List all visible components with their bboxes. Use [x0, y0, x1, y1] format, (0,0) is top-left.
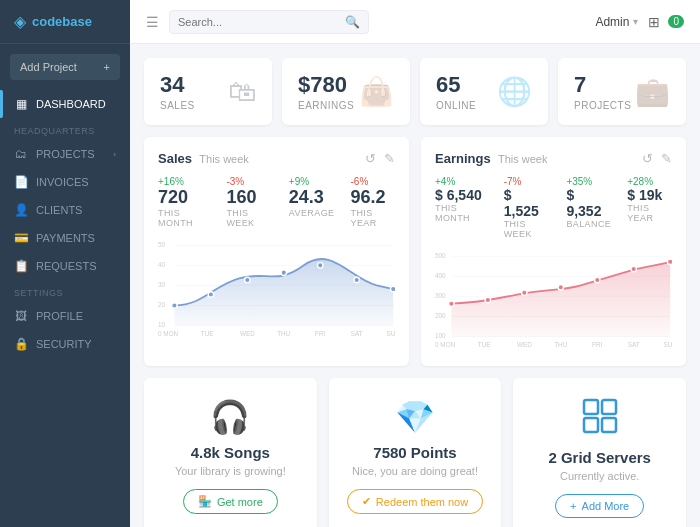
svg-text:SAT: SAT	[628, 341, 640, 348]
earnings-metric-month: +4% $ 6,540 THIS MONTH	[435, 176, 488, 239]
get-more-button[interactable]: 🏪 Get more	[183, 489, 278, 514]
earnings-chart-panel: Earnings This week ↺ ✎ +4% $ 6,540 THIS …	[421, 137, 686, 366]
store-icon: 🏪	[198, 495, 212, 508]
points-icon: 💎	[395, 398, 435, 436]
grid-icon[interactable]: ⊞	[648, 14, 660, 30]
songs-desc: Your library is growing!	[175, 465, 286, 477]
svg-point-40	[595, 277, 600, 282]
stat-sales-value: 34	[160, 72, 195, 98]
security-icon: 🔒	[14, 337, 28, 351]
sales-chart-svg: 50 40 30 20 10 0	[158, 238, 395, 341]
stat-card-online: 65 ONLINE 🌐	[420, 58, 548, 125]
refresh-icon[interactable]: ↺	[365, 151, 376, 166]
sales-chart-actions: ↺ ✎	[365, 151, 395, 166]
svg-point-11	[172, 303, 177, 308]
svg-point-36	[449, 301, 454, 306]
svg-point-14	[281, 270, 286, 275]
sidebar-item-profile[interactable]: 🖼 PROFILE	[0, 302, 130, 330]
sidebar-item-label: REQUESTS	[36, 260, 97, 272]
points-title: 7580 Points	[373, 444, 456, 461]
bottom-card-songs: 🎧 4.8k Songs Your library is growing! 🏪 …	[144, 378, 317, 527]
earnings-metric-balance: +35% $ 9,352 BALANCE	[566, 176, 611, 239]
servers-icon	[582, 398, 618, 441]
svg-point-13	[245, 277, 250, 282]
earnings-chart-actions: ↺ ✎	[642, 151, 672, 166]
stat-cards: 34 SALES 🛍 $780 EARNINGS 👜 65 ONLINE 🌐	[144, 58, 686, 125]
notification-badge[interactable]: 0	[668, 15, 684, 28]
svg-point-17	[390, 286, 395, 291]
sidebar-item-projects[interactable]: 🗂 PROJECTS ›	[0, 140, 130, 168]
sidebar-section-settings: SETTINGS	[0, 280, 130, 302]
bottom-card-points: 💎 7580 Points Nice, you are doing great!…	[329, 378, 502, 527]
plus-icon: +	[570, 500, 576, 512]
sales-metric-month: +16% 720 THIS MONTH	[158, 176, 210, 228]
logo-icon: ◈	[14, 12, 26, 31]
svg-text:MON: MON	[440, 341, 455, 348]
svg-point-38	[522, 290, 527, 295]
svg-point-41	[631, 266, 636, 271]
svg-rect-53	[602, 418, 616, 432]
add-project-button[interactable]: Add Project +	[10, 54, 120, 80]
points-desc: Nice, you are doing great!	[352, 465, 478, 477]
sidebar-item-label: PROFILE	[36, 310, 83, 322]
svg-text:300: 300	[435, 292, 446, 299]
sidebar-item-payments[interactable]: 💳 PAYMENTS	[0, 224, 130, 252]
svg-point-42	[667, 259, 672, 264]
svg-text:FRI: FRI	[592, 341, 602, 348]
svg-text:SUN: SUN	[386, 330, 395, 337]
sidebar-item-security[interactable]: 🔒 SECURITY	[0, 330, 130, 358]
invoices-icon: 📄	[14, 175, 28, 189]
sales-chart-panel: Sales This week ↺ ✎ +16% 720 THIS MONTH	[144, 137, 409, 366]
earnings-chart-title: Earnings This week	[435, 151, 548, 166]
sidebar-item-label: SECURITY	[36, 338, 92, 350]
redeem-button[interactable]: ✔ Redeem them now	[347, 489, 483, 514]
svg-text:FRI: FRI	[315, 330, 325, 337]
earnings-metric-week: -7% $ 1,525 THIS WEEK	[504, 176, 551, 239]
sidebar-item-label: PAYMENTS	[36, 232, 95, 244]
edit-icon[interactable]: ✎	[384, 151, 395, 166]
projects-icon: 🗂	[14, 147, 28, 161]
stat-projects-label: PROJECTS	[574, 100, 631, 111]
payments-icon: 💳	[14, 231, 28, 245]
sidebar-item-clients[interactable]: 👤 CLIENTS	[0, 196, 130, 224]
clients-icon: 👤	[14, 203, 28, 217]
sidebar-item-label: PROJECTS	[36, 148, 95, 160]
svg-text:500: 500	[435, 252, 446, 259]
admin-chevron-icon: ▾	[633, 16, 638, 27]
svg-text:SUN: SUN	[663, 341, 672, 348]
sidebar-item-label: DASHBOARD	[36, 98, 106, 110]
projects-stat-icon: 💼	[635, 75, 670, 108]
svg-text:WED: WED	[517, 341, 532, 348]
menu-icon[interactable]: ☰	[146, 14, 159, 30]
stat-earnings-value: $780	[298, 72, 354, 98]
earnings-stat-icon: 👜	[359, 75, 394, 108]
edit-icon[interactable]: ✎	[661, 151, 672, 166]
admin-menu[interactable]: Admin ▾	[595, 15, 638, 29]
admin-label: Admin	[595, 15, 629, 29]
add-project-plus-icon: +	[104, 61, 110, 73]
topbar: ☰ 🔍 Admin ▾ ⊞ 0	[130, 0, 700, 44]
svg-text:20: 20	[158, 301, 166, 308]
svg-text:100: 100	[435, 332, 446, 339]
svg-text:50: 50	[158, 241, 166, 248]
bottom-cards: 🎧 4.8k Songs Your library is growing! 🏪 …	[144, 378, 686, 527]
svg-text:WED: WED	[240, 330, 255, 337]
check-icon: ✔	[362, 495, 371, 508]
search-input[interactable]	[178, 16, 339, 28]
sales-metric-week: -3% 160 THIS WEEK	[226, 176, 272, 228]
requests-icon: 📋	[14, 259, 28, 273]
refresh-icon[interactable]: ↺	[642, 151, 653, 166]
add-more-button[interactable]: + Add More	[555, 494, 644, 518]
search-box[interactable]: 🔍	[169, 10, 369, 34]
chevron-right-icon: ›	[113, 150, 116, 159]
topbar-icons: ⊞ 0	[648, 14, 684, 30]
svg-text:THU: THU	[554, 341, 567, 348]
sidebar-item-dashboard[interactable]: ▦ DASHBOARD	[0, 90, 130, 118]
sidebar-item-invoices[interactable]: 📄 INVOICES	[0, 168, 130, 196]
stat-online-value: 65	[436, 72, 476, 98]
sidebar-item-requests[interactable]: 📋 REQUESTS	[0, 252, 130, 280]
svg-point-39	[558, 285, 563, 290]
svg-text:TUE: TUE	[201, 330, 214, 337]
earnings-metric-year: +28% $ 19k THIS YEAR	[627, 176, 672, 239]
profile-icon: 🖼	[14, 309, 28, 323]
